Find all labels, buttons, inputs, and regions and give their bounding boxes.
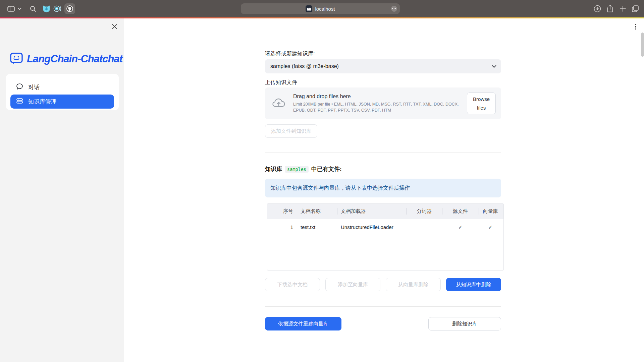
- delete-from-kb-button[interactable]: 从知识库中删除: [446, 278, 501, 291]
- col-header-vector-store[interactable]: 向量库: [479, 204, 502, 219]
- share-icon[interactable]: [606, 0, 614, 17]
- sidebar: LangChain-Chatchat 对话 知识库管理: [0, 18, 124, 362]
- info-alert-text: 知识库中包含源文件与向量库，请从下表中选择文件后操作: [270, 185, 410, 192]
- tab-overview-icon[interactable]: [631, 0, 640, 17]
- streamlit-menu-icon[interactable]: [633, 22, 639, 31]
- kb-select-label: 请选择或新建知识库:: [265, 51, 315, 56]
- dropzone-limit-text: Limit 200MB per file • EML, HTML, JSON, …: [293, 101, 462, 113]
- table-header-row: 序号 文档名称 文档加载器 分词器 源文件 向量库: [267, 204, 503, 219]
- cell-index: 1: [267, 219, 297, 235]
- kb-level-buttons: 依据源文件重建向量库 删除知识库: [265, 317, 501, 330]
- col-header-source-file[interactable]: 源文件: [442, 204, 479, 219]
- file-action-buttons: 下载选中文档 添加至向量库 从向量库删除 从知识库中删除: [265, 278, 501, 291]
- kb-name-badge: samples: [285, 166, 309, 173]
- cell-source-check: ✓: [442, 219, 479, 235]
- knowledge-base-icon: [16, 98, 23, 106]
- address-bar[interactable]: localhost: [241, 3, 400, 14]
- kb-select[interactable]: samples (faiss @ m3e-base): [265, 59, 501, 73]
- main-content: 请选择或新建知识库: samples (faiss @ m3e-base) 上传…: [124, 18, 644, 362]
- table-row[interactable]: 1 test.txt UnstructuredFileLoader ✓ ✓: [267, 219, 503, 235]
- extension-cat-icon[interactable]: [42, 0, 51, 17]
- kb-select-label-row: 请选择或新建知识库:: [265, 50, 501, 57]
- download-selected-button[interactable]: 下载选中文档: [265, 278, 320, 291]
- downloads-icon[interactable]: [593, 0, 602, 17]
- info-alert: 知识库中包含源文件与向量库，请从下表中选择文件后操作: [265, 179, 501, 197]
- logo-chat-bubble-icon: [9, 51, 23, 67]
- col-header-splitter[interactable]: 分词器: [407, 204, 442, 219]
- dropzone-title: Drag and drop files here: [293, 94, 462, 100]
- sidebar-nav: 对话 知识库管理: [6, 74, 119, 110]
- cell-vector-check: ✓: [479, 219, 502, 235]
- address-url: localhost: [315, 6, 335, 12]
- col-header-doc-name[interactable]: 文档名称: [297, 204, 337, 219]
- rebuild-vector-store-button[interactable]: 依据源文件重建向量库: [265, 317, 341, 330]
- sidebar-toggle-icon[interactable]: [7, 0, 15, 17]
- sidebar-chevron-icon[interactable]: [17, 0, 22, 17]
- kb-files-table: 序号 文档名称 文档加载器 分词器 源文件 向量库 1 test.txt Uns…: [267, 203, 504, 270]
- upload-label-row: 上传知识文件: [265, 79, 501, 86]
- extension-circles-icon[interactable]: [53, 0, 62, 17]
- site-favicon-icon: [306, 5, 312, 12]
- section-divider: [265, 153, 501, 153]
- delete-kb-button[interactable]: 删除知识库: [428, 317, 501, 330]
- sidebar-item-kb-management[interactable]: 知识库管理: [10, 95, 114, 109]
- sidebar-item-dialogue[interactable]: 对话: [16, 83, 40, 92]
- heading-suffix: 中已有文件:: [311, 165, 342, 173]
- kb-files-heading: 知识库 samples 中已有文件:: [265, 165, 501, 173]
- cell-splitter: [407, 219, 442, 235]
- bottom-divider: [265, 306, 501, 307]
- chat-bubble-icon: [16, 83, 23, 92]
- browse-files-button[interactable]: Browse files: [467, 93, 496, 114]
- col-header-loader[interactable]: 文档加载器: [337, 204, 407, 219]
- file-dropzone[interactable]: Drag and drop files here Limit 200MB per…: [265, 87, 501, 119]
- cell-doc-name: test.txt: [297, 219, 337, 235]
- kb-select-value: samples (faiss @ m3e-base): [270, 63, 339, 69]
- delete-from-vector-store-button[interactable]: 从向量库删除: [386, 278, 441, 291]
- upload-label: 上传知识文件: [265, 79, 297, 85]
- search-icon[interactable]: [29, 0, 37, 17]
- add-files-to-kb-button[interactable]: 添加文件到知识库: [265, 124, 317, 138]
- page-options-icon[interactable]: [391, 6, 397, 12]
- cloud-upload-icon: [272, 98, 286, 110]
- sidebar-item-label: 对话: [28, 83, 40, 91]
- sidebar-item-label: 知识库管理: [28, 98, 57, 106]
- sidebar-close-button[interactable]: [111, 23, 118, 31]
- github-extension-icon[interactable]: [64, 3, 75, 14]
- scrollbar-thumb[interactable]: [641, 33, 644, 57]
- cell-loader: UnstructuredFileLoader: [337, 219, 407, 235]
- add-to-vector-store-button[interactable]: 添加至向量库: [325, 278, 380, 291]
- table-empty-area: [267, 235, 503, 270]
- chevron-down-icon: [492, 63, 496, 69]
- heading-prefix: 知识库: [265, 165, 282, 173]
- browser-toolbar: localhost: [0, 0, 644, 17]
- new-tab-icon[interactable]: [619, 0, 627, 17]
- browser-window: localhost LangChain-Chatchat: [0, 0, 644, 362]
- app-logo: LangChain-Chatchat: [9, 51, 122, 67]
- logo-text: LangChain-Chatchat: [27, 53, 122, 65]
- dropzone-texts: Drag and drop files here Limit 200MB per…: [293, 94, 462, 113]
- col-header-index[interactable]: 序号: [267, 204, 297, 219]
